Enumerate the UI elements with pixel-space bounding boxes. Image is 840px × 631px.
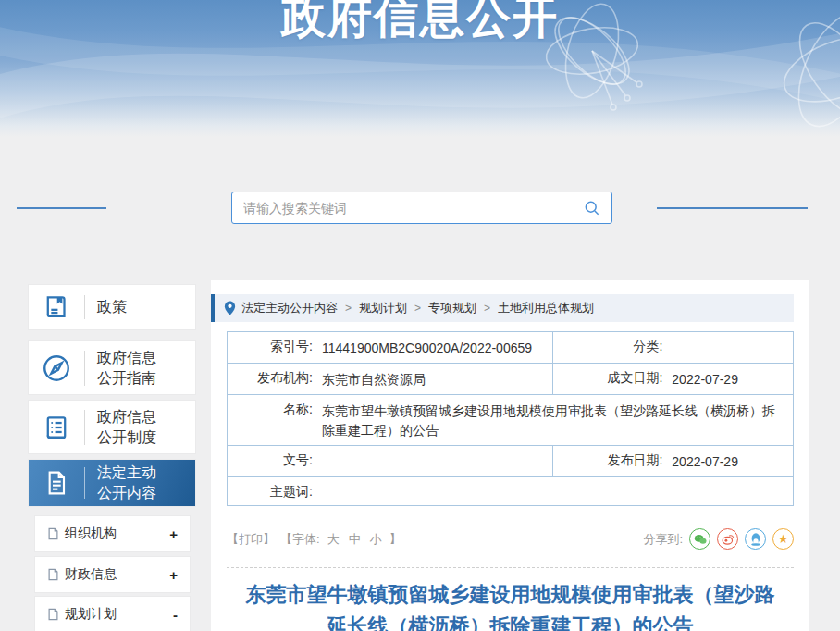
location-pin-icon (224, 301, 236, 316)
field-label: 发布机构: (228, 370, 313, 387)
wechat-icon (694, 534, 707, 545)
share-qq-button[interactable] (745, 528, 766, 550)
share-favorite-button[interactable]: ★ (772, 528, 794, 550)
field-label: 主题词: (228, 484, 313, 501)
page-icon (47, 608, 59, 621)
table-cell-keywords: 主题词: (228, 477, 793, 505)
field-value: 2022-07-29 (662, 452, 793, 472)
page-icon (47, 527, 59, 540)
divider (84, 467, 85, 499)
divider (84, 295, 85, 319)
page-title: 政府信息公开 (0, 0, 840, 46)
table-row: 发布机构: 东莞市自然资源局 成文日期: 2022-07-29 (227, 364, 794, 395)
field-label: 文号: (228, 452, 313, 469)
breadcrumb-item[interactable]: 法定主动公开内容 (241, 300, 338, 316)
content-area: 政策 政府信息公开指南 (0, 280, 840, 631)
breadcrumb-item[interactable]: 规划计划 (359, 300, 407, 316)
search-button[interactable] (573, 192, 611, 223)
sidebar: 政策 政府信息公开指南 (0, 280, 211, 631)
decorative-line-right (657, 207, 808, 209)
compass-icon (29, 352, 84, 385)
sidebar-item-label: 政策 (97, 297, 164, 317)
star-icon: ★ (778, 532, 789, 546)
search-icon (583, 199, 601, 217)
font-size-large[interactable]: 大 (327, 531, 340, 548)
sidebar-item-guide[interactable]: 政府信息公开指南 (29, 341, 195, 394)
decorative-line-left (17, 207, 106, 209)
table-cell-date-published: 发布日期: 2022-07-29 (552, 446, 793, 476)
book-icon (29, 291, 84, 323)
divider (84, 351, 85, 386)
sidebar-subitem-label: 规划计划 (65, 606, 117, 623)
breadcrumb-separator: > (414, 302, 421, 315)
print-button[interactable]: 【打印】 (227, 531, 275, 548)
share-wechat-button[interactable] (689, 528, 710, 550)
sidebar-subitem-organization[interactable]: 组织机构 + (35, 516, 190, 551)
search-box (231, 192, 612, 224)
table-cell-issuer: 发布机构: 东莞市自然资源局 (228, 364, 552, 394)
article-title: 东莞市望牛墩镇预留城乡建设用地规模使用审批表（望沙路延长线（横沥桥）拆除重建工程… (241, 579, 781, 631)
breadcrumb-separator: > (345, 302, 352, 315)
toolbar: 【打印】 【字体: 大 中 小 】 分享到: (227, 528, 794, 550)
page-icon (47, 568, 59, 581)
table-cell-name: 名称: 东莞市望牛墩镇预留城乡建设用地规模使用审批表（望沙路延长线（横沥桥）拆除… (228, 395, 793, 445)
weibo-icon (722, 533, 735, 545)
sidebar-item-rules[interactable]: 政府信息公开制度 (29, 401, 195, 453)
sidebar-item-legal-disclosure[interactable]: 法定主动公开内容 (29, 460, 195, 506)
sidebar-item-label: 法定主动公开内容 (97, 463, 164, 503)
table-row: 文号: 发布日期: 2022-07-29 (227, 446, 794, 477)
search-band (0, 137, 840, 280)
table-row: 名称: 东莞市望牛墩镇预留城乡建设用地规模使用审批表（望沙路延长线（横沥桥）拆除… (227, 395, 794, 446)
gov-info-page: { "banner": { "title": "政府信息公开" }, "sear… (0, 0, 840, 631)
font-size-small[interactable]: 小 (370, 531, 382, 548)
table-row: 索引号: 11441900MB2C90020A/2022-00659 分类: (227, 331, 794, 364)
expand-toggle[interactable]: + (169, 526, 178, 542)
field-label: 索引号: (228, 339, 313, 355)
breadcrumb-separator: > (484, 302, 490, 315)
font-size-label: 【字体: (280, 531, 320, 548)
table-cell-date-written: 成文日期: 2022-07-29 (552, 364, 793, 394)
table-row: 主题词: (227, 477, 794, 506)
divider (84, 410, 85, 445)
table-cell-doc-number: 文号: (228, 446, 552, 476)
expand-toggle[interactable]: + (169, 567, 178, 583)
qq-icon (750, 533, 761, 546)
table-cell-category: 分类: (552, 332, 793, 363)
breadcrumb: 法定主动公开内容 > 规划计划 > 专项规划 > 土地利用总体规划 (211, 294, 794, 322)
print-font-tools: 【打印】 【字体: 大 中 小 】 (227, 531, 401, 548)
document-info-table: 索引号: 11441900MB2C90020A/2022-00659 分类: 发… (227, 331, 794, 506)
font-size-label-close: 】 (389, 531, 401, 548)
sidebar-subitem-planning[interactable]: 规划计划 - (35, 597, 190, 631)
field-label: 分类: (553, 339, 662, 355)
doc-icon (29, 468, 84, 498)
sidebar-subitem-label: 组织机构 (65, 526, 117, 542)
sidebar-subitem-finance[interactable]: 财政信息 + (35, 557, 190, 592)
list-doc-icon (29, 412, 84, 443)
collapse-toggle[interactable]: - (173, 607, 178, 623)
field-value: 11441900MB2C90020A/2022-00659 (313, 339, 552, 358)
share-bar: 分享到: (643, 528, 794, 550)
breadcrumb-item[interactable]: 土地利用总体规划 (498, 300, 594, 316)
field-label: 名称: (228, 402, 313, 418)
breadcrumb-item[interactable]: 专项规划 (428, 300, 476, 316)
main-panel: 法定主动公开内容 > 规划计划 > 专项规划 > 土地利用总体规划 索引号: 1… (211, 280, 809, 631)
table-cell-index: 索引号: 11441900MB2C90020A/2022-00659 (228, 332, 552, 363)
sidebar-item-label: 政府信息公开制度 (97, 407, 164, 448)
field-label: 成文日期: (553, 370, 662, 387)
sidebar-item-label: 政府信息公开指南 (97, 348, 164, 389)
field-value: 东莞市望牛墩镇预留城乡建设用地规模使用审批表（望沙路延长线（横沥桥）拆除重建工程… (313, 402, 793, 440)
dashed-divider (227, 567, 794, 568)
field-value: 2022-07-29 (662, 370, 793, 390)
share-weibo-button[interactable] (717, 528, 738, 550)
page-banner: 政府信息公开 (0, 0, 840, 137)
sidebar-subitem-label: 财政信息 (65, 566, 117, 583)
field-label: 发布日期: (553, 452, 662, 469)
search-input[interactable] (232, 192, 573, 223)
font-size-medium[interactable]: 中 (349, 531, 361, 548)
sidebar-item-policy[interactable]: 政策 (29, 285, 195, 329)
share-label: 分享到: (643, 531, 683, 548)
field-value: 东莞市自然资源局 (313, 370, 552, 390)
